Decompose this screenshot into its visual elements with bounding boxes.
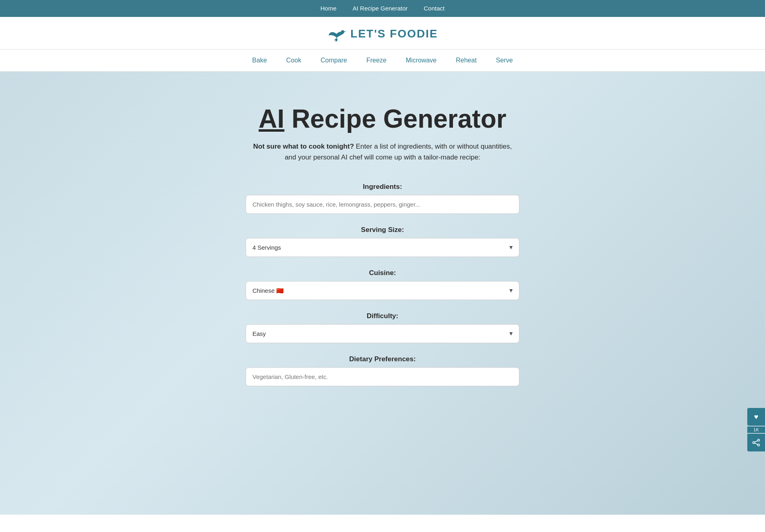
- serving-size-wrapper: 1 Serving 2 Servings 3 Servings 4 Servin…: [246, 238, 519, 257]
- nav-cook[interactable]: Cook: [286, 57, 301, 64]
- difficulty-label: Difficulty:: [246, 312, 519, 320]
- svg-point-0: [341, 30, 344, 33]
- difficulty-select[interactable]: Easy Medium Hard: [246, 324, 519, 343]
- svg-point-2: [753, 442, 755, 444]
- svg-point-1: [758, 439, 760, 441]
- secondary-navigation: Bake Cook Compare Freeze Microwave Rehea…: [0, 50, 765, 72]
- page-title: AI Recipe Generator: [258, 104, 506, 134]
- ingredients-label: Ingredients:: [246, 183, 519, 191]
- cuisine-wrapper: Any Chinese 🇨🇳 Italian Mexican Indian Ja…: [246, 281, 519, 300]
- difficulty-wrapper: Easy Medium Hard ▼: [246, 324, 519, 343]
- share-icon: [752, 439, 760, 447]
- logo-text: LET'S FOODIE: [350, 27, 438, 40]
- cuisine-select[interactable]: Any Chinese 🇨🇳 Italian Mexican Indian Ja…: [246, 281, 519, 300]
- logo[interactable]: LET'S FOODIE: [327, 24, 438, 43]
- title-rest: Recipe Generator: [284, 104, 506, 133]
- dietary-label: Dietary Preferences:: [246, 355, 519, 363]
- ingredients-input[interactable]: [246, 195, 519, 214]
- share-button[interactable]: [747, 434, 765, 451]
- nav-recipe-generator[interactable]: AI Recipe Generator: [353, 5, 408, 12]
- dietary-input[interactable]: [246, 367, 519, 386]
- cuisine-label: Cuisine:: [246, 269, 519, 277]
- site-header: LET'S FOODIE: [0, 17, 765, 50]
- svg-point-3: [758, 444, 760, 446]
- nav-reheat[interactable]: Reheat: [456, 57, 477, 64]
- nav-contact[interactable]: Contact: [424, 5, 445, 12]
- subtitle-bold: Not sure what to cook tonight?: [253, 143, 354, 150]
- like-button[interactable]: ♥: [747, 408, 765, 426]
- serving-size-label: Serving Size:: [246, 226, 519, 234]
- nav-freeze[interactable]: Freeze: [366, 57, 387, 64]
- logo-bird-icon: [327, 24, 346, 43]
- title-ai: AI: [258, 104, 284, 133]
- serving-size-select[interactable]: 1 Serving 2 Servings 3 Servings 4 Servin…: [246, 238, 519, 257]
- svg-line-5: [755, 443, 758, 445]
- like-count: 1K: [747, 426, 765, 433]
- hero-section: AI Recipe Generator Not sure what to coo…: [0, 72, 765, 515]
- nav-home[interactable]: Home: [320, 5, 337, 12]
- recipe-form: Ingredients: Serving Size: 1 Serving 2 S…: [246, 183, 519, 398]
- hero-subtitle: Not sure what to cook tonight? Enter a l…: [250, 141, 515, 163]
- floating-action-buttons: ♥ 1K: [747, 408, 765, 451]
- nav-serve[interactable]: Serve: [496, 57, 513, 64]
- nav-bake[interactable]: Bake: [252, 57, 267, 64]
- nav-compare[interactable]: Compare: [320, 57, 347, 64]
- svg-line-4: [755, 441, 758, 442]
- top-navigation: Home AI Recipe Generator Contact: [0, 0, 765, 17]
- nav-microwave[interactable]: Microwave: [406, 57, 436, 64]
